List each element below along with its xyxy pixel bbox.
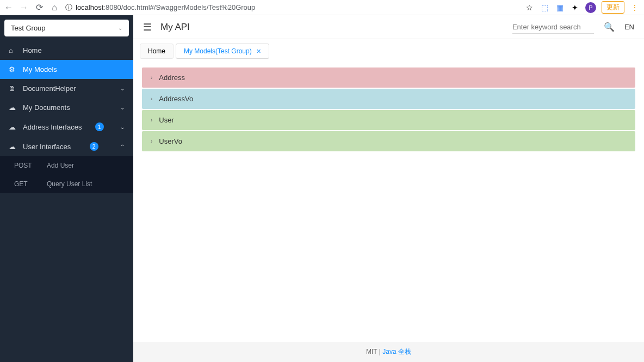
sidebar-item-address-interfaces[interactable]: ☁ Address Interfaces 1 ⌄ [0, 117, 133, 137]
sidebar-item-label: User Interfaces [23, 143, 71, 151]
sidebar-item-label: Home [23, 46, 42, 54]
home-icon: ⌂ [9, 46, 17, 54]
chevron-up-icon: ⌃ [120, 144, 125, 150]
tabs: Home My Models(Test Group) ✕ [133, 39, 644, 59]
doc-icon: 🗎 [9, 84, 17, 93]
cloud-icon: ☁ [9, 123, 17, 131]
sidebar-sub-item-add-user[interactable]: POST Add User [0, 156, 133, 175]
sidebar-sub-items: POST Add User GET Query User List [0, 156, 133, 193]
chevron-down-icon: ⌄ [120, 124, 125, 130]
page-title: My API [160, 22, 190, 33]
chevron-down-icon: ⌄ [118, 25, 122, 31]
sub-item-label: Add User [47, 162, 74, 169]
url-path: /doc.html#/SwaggerModels/Test%20Group [121, 3, 255, 11]
footer-license: MIT [366, 348, 377, 355]
translate-extension-icon[interactable]: ⬚ [540, 3, 549, 13]
profile-avatar[interactable]: P [585, 2, 596, 13]
sidebar-item-document-helper[interactable]: 🗎 DocumentHelper ⌄ [0, 79, 133, 98]
sidebar-item-home[interactable]: ⌂ Home [0, 41, 133, 60]
model-name: User [159, 116, 174, 124]
cloud-icon: ☁ [9, 103, 17, 112]
model-row-user[interactable]: › User [142, 110, 635, 130]
menu-toggle-icon[interactable]: ☰ [143, 21, 152, 33]
footer: MIT | Java 全栈 [133, 342, 644, 362]
sidebar-item-label: My Documents [23, 103, 70, 112]
models-icon: ⚙ [9, 65, 17, 73]
gtranslate-icon[interactable]: ▦ [555, 3, 565, 13]
models-list: › Address › AddressVo › User › UserVo [133, 59, 644, 342]
sidebar-item-label: Address Interfaces [23, 123, 82, 131]
language-toggle[interactable]: EN [624, 23, 634, 31]
url-host: localhost [76, 3, 103, 11]
count-badge: 1 [95, 122, 104, 131]
search-input[interactable] [512, 21, 594, 34]
chevron-right-icon: › [151, 96, 152, 102]
sidebar-item-label: DocumentHelper [23, 84, 76, 93]
back-button[interactable]: ← [4, 3, 13, 12]
header: ☰ My API 🔍 EN [133, 15, 644, 39]
close-icon[interactable]: ✕ [256, 48, 261, 55]
tab-home[interactable]: Home [140, 44, 174, 59]
search-icon[interactable]: 🔍 [604, 22, 615, 32]
browser-toolbar: ← → ⟳ ⌂ ⓘ localhost:8080/doc.html#/Swagg… [0, 0, 644, 15]
forward-button[interactable]: → [20, 3, 28, 12]
chevron-right-icon: › [151, 75, 152, 81]
url-port: :8080 [103, 3, 121, 11]
http-method: POST [14, 162, 36, 169]
update-button[interactable]: 更新 [602, 1, 624, 14]
group-selector[interactable]: Test Group ⌄ [4, 20, 129, 36]
model-name: Address [159, 73, 185, 82]
menu-icon[interactable]: ⋮ [630, 3, 640, 13]
star-icon[interactable]: ☆ [524, 3, 534, 13]
url-bar[interactable]: ⓘ localhost:8080/doc.html#/SwaggerModels… [65, 3, 518, 13]
main-content: ☰ My API 🔍 EN Home My Models(Test Group)… [133, 15, 644, 362]
sidebar-item-my-models[interactable]: ⚙ My Models [0, 60, 133, 79]
model-name: UserVo [159, 137, 182, 145]
sidebar-item-my-documents[interactable]: ☁ My Documents ⌄ [0, 98, 133, 117]
cloud-icon: ☁ [9, 143, 17, 151]
chevron-down-icon: ⌄ [120, 105, 125, 111]
model-name: AddressVo [159, 95, 193, 103]
chevron-right-icon: › [151, 138, 152, 144]
footer-link[interactable]: Java 全栈 [382, 348, 411, 355]
http-method: GET [14, 180, 36, 188]
reload-button[interactable]: ⟳ [35, 3, 44, 12]
sub-item-label: Query User List [47, 180, 92, 188]
group-selected-label: Test Group [11, 24, 46, 32]
sidebar-sub-item-query-user-list[interactable]: GET Query User List [0, 175, 133, 193]
footer-separator: | [377, 348, 382, 355]
tab-label: Home [148, 47, 165, 55]
tab-label: My Models(Test Group) [184, 47, 252, 55]
model-row-addressvo[interactable]: › AddressVo [142, 89, 635, 109]
sidebar: Test Group ⌄ ⌂ Home ⚙ My Models 🗎 Docume… [0, 15, 133, 362]
tab-my-models[interactable]: My Models(Test Group) ✕ [176, 44, 269, 59]
count-badge: 2 [90, 142, 98, 151]
chevron-down-icon: ⌄ [120, 85, 125, 91]
browser-actions: ☆ ⬚ ▦ ✦ P 更新 ⋮ [524, 1, 640, 14]
model-row-address[interactable]: › Address [142, 68, 635, 88]
sidebar-item-user-interfaces[interactable]: ☁ User Interfaces 2 ⌃ [0, 137, 133, 156]
info-icon: ⓘ [65, 3, 72, 13]
home-button[interactable]: ⌂ [50, 3, 59, 12]
model-row-uservo[interactable]: › UserVo [142, 131, 635, 151]
chevron-right-icon: › [151, 117, 152, 123]
extensions-icon[interactable]: ✦ [570, 3, 580, 13]
sidebar-item-label: My Models [23, 65, 57, 73]
